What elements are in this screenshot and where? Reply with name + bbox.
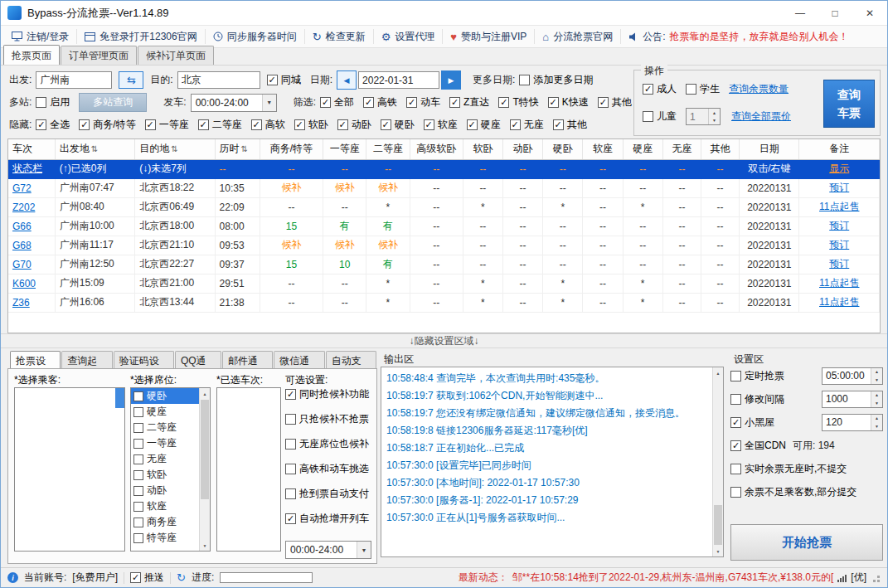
- timed-grab-checkbox[interactable]: 定时抢票: [730, 369, 784, 383]
- seat-listbox[interactable]: 硬卧 硬座 二等座 一等座 无座 软卧 动卧 软座 商务座 特等座: [130, 387, 211, 552]
- col-from[interactable]: 出发地: [55, 139, 134, 159]
- scrollbar-thumb[interactable]: [714, 505, 722, 545]
- child-count-stepper[interactable]: 1: [686, 108, 721, 125]
- opt-waitlist-checkbox[interactable]: 同时抢候补功能: [285, 387, 376, 401]
- tab-waitlist-page[interactable]: 候补订单页面: [138, 46, 214, 65]
- col-hard-sleeper[interactable]: 硬卧: [543, 139, 583, 159]
- train-no[interactable]: G70: [8, 255, 55, 274]
- col-train[interactable]: 车次: [8, 139, 55, 159]
- opt-autopay-checkbox[interactable]: 抢到票自动支付: [285, 487, 376, 501]
- filter-gaotie-checkbox[interactable]: 高铁: [363, 95, 397, 109]
- hide-first-checkbox[interactable]: 一等座: [145, 118, 189, 132]
- scrollbar[interactable]: [712, 367, 723, 556]
- query-tickets-button[interactable]: 查询车票: [823, 80, 875, 128]
- train-row[interactable]: G72 广州南07:47 北京西18:22 10:35 候补 候补 候补 -- …: [8, 178, 880, 197]
- prev-date-button[interactable]: [337, 70, 357, 90]
- stepper-down-icon[interactable]: [709, 117, 720, 125]
- tab-grab-page[interactable]: 抢票页面: [3, 45, 60, 65]
- hide-gaoruan-checkbox[interactable]: 高软: [251, 118, 285, 132]
- toolbar-official-site[interactable]: ⌂ 分流抢票官网: [535, 29, 621, 44]
- train-no[interactable]: G72: [8, 178, 55, 197]
- next-date-button[interactable]: [441, 70, 461, 90]
- opt-waitlist-only-checkbox[interactable]: 只抢候补不抢票: [285, 412, 376, 426]
- col-second[interactable]: 二等座: [366, 139, 410, 159]
- interval-stepper[interactable]: 1000: [822, 391, 883, 408]
- col-hard-seat[interactable]: 硬座: [623, 139, 662, 159]
- train-no[interactable]: Z36: [8, 293, 55, 312]
- filter-t-checkbox[interactable]: T特快: [498, 95, 538, 109]
- stepper-down-icon[interactable]: [871, 399, 882, 407]
- selected-trains-listbox[interactable]: [216, 387, 281, 552]
- sale-time-link[interactable]: 11点起售: [799, 197, 880, 216]
- filter-other-checkbox[interactable]: 其他: [598, 95, 632, 109]
- col-first[interactable]: 一等座: [323, 139, 366, 159]
- col-duration[interactable]: 历时: [215, 139, 260, 159]
- seat-item[interactable]: 一等座: [131, 435, 199, 451]
- seat-item[interactable]: 商务座: [131, 514, 199, 530]
- seat-item[interactable]: 软卧: [131, 467, 199, 483]
- interval-checkbox[interactable]: 修改间隔: [730, 392, 784, 406]
- filter-all-checkbox[interactable]: 全部: [320, 95, 354, 109]
- col-remark[interactable]: 备注: [799, 139, 880, 159]
- seat-item[interactable]: 硬座: [131, 404, 199, 420]
- stepper-up-icon[interactable]: [709, 109, 720, 117]
- train-no[interactable]: G66: [8, 216, 55, 236]
- child-checkbox[interactable]: 儿童: [643, 109, 677, 124]
- same-city-checkbox[interactable]: 同城: [267, 73, 301, 87]
- blackroom-stepper[interactable]: 120: [822, 414, 883, 431]
- train-row[interactable]: K600 广州15:09 北京西21:00 29:51 -- -- * -- *…: [8, 274, 880, 293]
- train-row[interactable]: G68 广州南11:17 北京西21:10 09:53 候补 候补 候补 -- …: [8, 236, 880, 255]
- hide-business-checkbox[interactable]: 商务/特等: [79, 118, 135, 132]
- seat-item[interactable]: 特等座: [131, 530, 199, 546]
- filter-z-checkbox[interactable]: Z直达: [449, 95, 489, 109]
- scroll-down-icon[interactable]: [200, 540, 210, 551]
- start-grab-button[interactable]: 开始抢票: [730, 524, 883, 561]
- output-log[interactable]: 10:58:48:4 查询完毕，本次查询共用时:435毫秒。 10:58:19:…: [381, 367, 724, 557]
- col-soft-sleeper[interactable]: 软卧: [463, 139, 502, 159]
- filter-dongche-checkbox[interactable]: 动车: [406, 95, 440, 109]
- train-row[interactable]: G70 广州南12:50 北京西22:27 09:37 15 10 有 -- -…: [8, 255, 880, 274]
- train-no[interactable]: Z202: [8, 197, 55, 216]
- col-date[interactable]: 日期: [740, 139, 799, 159]
- partial-submit-checkbox[interactable]: 余票不足乘客数,部分提交: [730, 485, 856, 499]
- maximize-button[interactable]: □: [818, 1, 852, 25]
- book-link[interactable]: 预订: [799, 178, 880, 197]
- passenger-listbox[interactable]: [14, 387, 125, 552]
- col-to[interactable]: 目的地: [135, 139, 215, 159]
- train-row[interactable]: G66 广州南10:00 北京西18:00 08:00 15 有 有 -- --…: [8, 216, 880, 236]
- opt-extra-trains-checkbox[interactable]: 自动抢增开列车: [285, 512, 376, 526]
- cdn-checkbox[interactable]: 全国CDN: [730, 439, 786, 453]
- scrollbar-thumb[interactable]: [201, 400, 209, 499]
- status-row[interactable]: 状态栏 (↑)已选0列 (↓)未选7列 -- -- -- -- -- -- --…: [8, 159, 880, 178]
- sale-time-link[interactable]: 11点起售: [799, 274, 880, 293]
- add-more-dates-checkbox[interactable]: 添加更多日期: [519, 73, 593, 87]
- tab-order-page[interactable]: 订单管理页面: [61, 46, 137, 65]
- hide-all-checkbox[interactable]: 全选: [36, 118, 70, 132]
- toolbar-sync-time[interactable]: 同步服务器时间: [206, 29, 305, 44]
- timed-grab-stepper[interactable]: 05:00:00: [822, 367, 883, 385]
- stepper-up-icon[interactable]: [871, 415, 882, 423]
- train-no[interactable]: G68: [8, 236, 55, 255]
- scrollbar[interactable]: [199, 388, 210, 551]
- noseat-checkbox[interactable]: 实时余票无座时,不提交: [730, 462, 847, 476]
- blackroom-checkbox[interactable]: 小黑屋: [730, 415, 774, 430]
- scroll-up-icon[interactable]: [200, 388, 210, 399]
- adult-checkbox[interactable]: 成人: [643, 82, 677, 96]
- toolbar-check-update[interactable]: ↻ 检查更新: [305, 29, 374, 44]
- student-checkbox[interactable]: 学生: [686, 82, 720, 96]
- query-prices-link[interactable]: 查询全部票价: [731, 109, 791, 124]
- book-link[interactable]: 预订: [799, 236, 880, 255]
- toolbar-proxy-settings[interactable]: ⚙ 设置代理: [374, 29, 444, 44]
- query-remaining-link[interactable]: 查询余票数量: [729, 82, 789, 96]
- multi-query-button[interactable]: 多站查询: [79, 93, 147, 112]
- multi-enable-checkbox[interactable]: 启用: [36, 95, 70, 109]
- opt-noseat-waitlist-checkbox[interactable]: 无座席位也候补: [285, 437, 376, 451]
- train-row[interactable]: Z36 广州16:06 北京西13:44 21:38 -- -- * -- * …: [8, 293, 880, 312]
- from-input[interactable]: [36, 71, 112, 89]
- hide-dongwo-checkbox[interactable]: 动卧: [337, 118, 371, 132]
- seat-item[interactable]: 二等座: [131, 420, 199, 435]
- stepper-up-icon[interactable]: [871, 391, 882, 400]
- hidden-settings-divider[interactable]: ↓隐藏设置区域↓: [1, 333, 887, 348]
- push-checkbox[interactable]: 推送: [130, 571, 164, 585]
- stepper-up-icon[interactable]: [871, 368, 882, 377]
